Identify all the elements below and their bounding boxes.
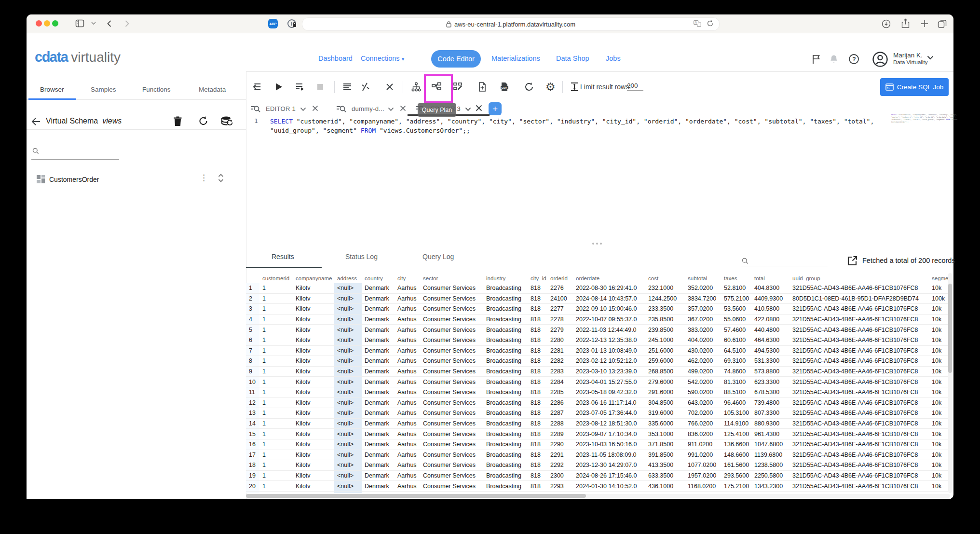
- cell-city_id[interactable]: 818: [528, 408, 547, 419]
- table-row[interactable]: 21Kilotv<null>DenmarkAarhusConsumer Serv…: [246, 293, 948, 304]
- cell-orderid[interactable]: 2281: [547, 345, 573, 356]
- cell-city[interactable]: Aarhus: [395, 377, 420, 387]
- cell-industry[interactable]: Broadcasting: [483, 387, 528, 397]
- cell-country[interactable]: Denmark: [362, 408, 395, 419]
- cell-country[interactable]: Denmark: [362, 397, 395, 408]
- column-header-cost[interactable]: cost: [645, 273, 685, 283]
- back-button[interactable]: [105, 19, 114, 28]
- cell-industry[interactable]: Broadcasting: [483, 450, 528, 460]
- cell-orderid[interactable]: 2278: [547, 314, 573, 325]
- cell-cost[interactable]: 335.6000: [645, 418, 685, 429]
- translate-icon[interactable]: A: [694, 20, 701, 27]
- cell-subtotal[interactable]: 383.0200: [685, 325, 721, 335]
- cell-companyname[interactable]: Kilotv: [293, 345, 334, 356]
- cell-segment[interactable]: 10k: [929, 356, 948, 367]
- cell-city_id[interactable]: 818: [528, 325, 547, 335]
- row-number[interactable]: 20: [246, 481, 259, 492]
- cell-city_id[interactable]: 818: [528, 429, 547, 439]
- table-row[interactable]: 51Kilotv<null>DenmarkAarhusConsumer Serv…: [246, 325, 948, 335]
- close-window-button[interactable]: [36, 20, 42, 27]
- help-icon[interactable]: ?: [848, 54, 859, 65]
- cell-taxes[interactable]: 74.8600: [721, 366, 751, 377]
- cell-industry[interactable]: Broadcasting: [483, 377, 528, 387]
- cell-orderid[interactable]: 2300: [547, 470, 573, 481]
- cell-city_id[interactable]: 818: [528, 387, 547, 397]
- row-number[interactable]: 19: [246, 470, 259, 481]
- cell-uuid_group[interactable]: 321D55AC-AD43-4B6E-AA46-6F1CB1076FC8: [789, 366, 929, 377]
- cell-orderdate[interactable]: 2023-05-18 09:42:32.0: [573, 387, 645, 397]
- cell-uuid_group[interactable]: 321D55AC-AD43-4B6E-AA46-6F1CB1076FC8: [789, 325, 929, 335]
- reload-icon[interactable]: [707, 20, 714, 27]
- cell-taxes[interactable]: 52.8100: [721, 283, 751, 293]
- cell-city[interactable]: Aarhus: [395, 387, 420, 397]
- table-row[interactable]: 81Kilotv<null>DenmarkAarhusConsumer Serv…: [246, 356, 948, 367]
- cell-orderdate[interactable]: 2023-09-07 17:10:34.0: [573, 429, 645, 439]
- cell-address[interactable]: <null>: [334, 470, 362, 481]
- column-header-total[interactable]: total: [751, 273, 789, 283]
- cell-country[interactable]: Denmark: [362, 293, 395, 304]
- cell-companyname[interactable]: Kilotv: [293, 439, 334, 450]
- cell-country[interactable]: Denmark: [362, 377, 395, 387]
- cell-industry[interactable]: Broadcasting: [483, 314, 528, 325]
- cell-customerid[interactable]: 1: [259, 429, 293, 439]
- cell-city[interactable]: Aarhus: [395, 429, 420, 439]
- cell-uuid_group[interactable]: 321D55AC-AD43-4B6E-AA46-6F1CB1076FC8: [789, 377, 929, 387]
- cell-customerid[interactable]: 1: [259, 366, 293, 377]
- cell-segment[interactable]: 10k: [929, 377, 948, 387]
- row-number[interactable]: 14: [246, 418, 259, 429]
- cell-companyname[interactable]: Kilotv: [293, 283, 334, 293]
- cell-uuid_group[interactable]: 321D55AC-AD43-4B6E-AA46-6F1CB1076FC8: [789, 460, 929, 471]
- cell-uuid_group[interactable]: 321D55AC-AD43-4B6E-AA46-6F1CB1076FC8: [789, 387, 929, 397]
- edit-query-plan-icon[interactable]: [453, 82, 463, 92]
- forward-button[interactable]: [122, 19, 131, 28]
- cell-address[interactable]: <null>: [334, 335, 362, 345]
- cell-segment[interactable]: 10k: [929, 491, 948, 493]
- table-row[interactable]: 141Kilotv<null>DenmarkAarhusConsumer Ser…: [246, 418, 948, 429]
- cell-orderid[interactable]: 2283: [547, 366, 573, 377]
- user-info[interactable]: Marijan K. Data Virtuality: [893, 52, 927, 66]
- cell-sector[interactable]: Consumer Services: [420, 325, 483, 335]
- cell-taxes[interactable]: 125.4100: [721, 429, 751, 439]
- row-number[interactable]: 21: [246, 491, 259, 493]
- cell-country[interactable]: Denmark: [362, 366, 395, 377]
- cell-city[interactable]: Aarhus: [395, 283, 420, 293]
- cell-total[interactable]: 807.3300: [751, 408, 789, 419]
- cell-sector[interactable]: Consumer Services: [420, 439, 483, 450]
- table-row[interactable]: 171Kilotv<null>DenmarkAarhusConsumer Ser…: [246, 450, 948, 460]
- cell-industry[interactable]: Broadcasting: [483, 366, 528, 377]
- cell-city_id[interactable]: 818: [528, 377, 547, 387]
- cell-cost[interactable]: 391.8500: [645, 450, 685, 460]
- cell-orderdate[interactable]: 2024-08-14 10:43:57.0: [573, 293, 645, 304]
- cell-subtotal[interactable]: 643.0200: [685, 397, 721, 408]
- cell-city_id[interactable]: 818: [528, 356, 547, 367]
- refresh-schema-icon[interactable]: [198, 115, 209, 127]
- cell-taxes[interactable]: 57.4600: [721, 325, 751, 335]
- table-row[interactable]: 41Kilotv<null>DenmarkAarhusConsumer Serv…: [246, 314, 948, 325]
- column-header-taxes[interactable]: taxes: [721, 273, 751, 283]
- cell-orderdate[interactable]: 2023-12-30 14:29:07.0: [573, 460, 645, 471]
- address-bar[interactable]: aws-eu-central-1.platform.datavirtuality…: [302, 17, 720, 31]
- cell-address[interactable]: <null>: [334, 387, 362, 397]
- zoom-window-button[interactable]: [52, 20, 58, 27]
- table-row[interactable]: 91Kilotv<null>DenmarkAarhusConsumer Serv…: [246, 366, 948, 377]
- column-header-subtotal[interactable]: subtotal: [685, 273, 721, 283]
- cell-subtotal[interactable]: 1077.0200: [685, 460, 721, 471]
- cell-orderdate[interactable]: 2023-08-12 18:51:30.0: [573, 418, 645, 429]
- cell-taxes[interactable]: 293.5600: [721, 470, 751, 481]
- cell-address[interactable]: <null>: [334, 356, 362, 367]
- cell-sector[interactable]: Consumer Services: [420, 304, 483, 315]
- cell-uuid_group[interactable]: 321D55AC-AD43-4B6E-AA46-6F1CB1076FC8: [789, 481, 929, 492]
- cell-companyname[interactable]: Kilotv: [293, 366, 334, 377]
- cell-customerid[interactable]: 1: [259, 314, 293, 325]
- editor-tab-1-chevron-icon[interactable]: [300, 107, 306, 111]
- cell-cost[interactable]: 239.8500: [645, 325, 685, 335]
- cell-customerid[interactable]: 1: [259, 345, 293, 356]
- cell-industry[interactable]: Broadcasting: [483, 439, 528, 450]
- cell-city[interactable]: Aarhus: [395, 314, 420, 325]
- cell-industry[interactable]: Broadcasting: [483, 293, 528, 304]
- cell-uuid_group[interactable]: 80D5D1C1-08ED-461B-95D1-DFAF28D9BD74: [789, 293, 929, 304]
- cell-orderid[interactable]: 2287: [547, 408, 573, 419]
- cell-sector[interactable]: Consumer Services: [420, 335, 483, 345]
- cell-subtotal[interactable]: 1265.0200: [685, 491, 721, 493]
- cell-city_id[interactable]: 818: [528, 283, 547, 293]
